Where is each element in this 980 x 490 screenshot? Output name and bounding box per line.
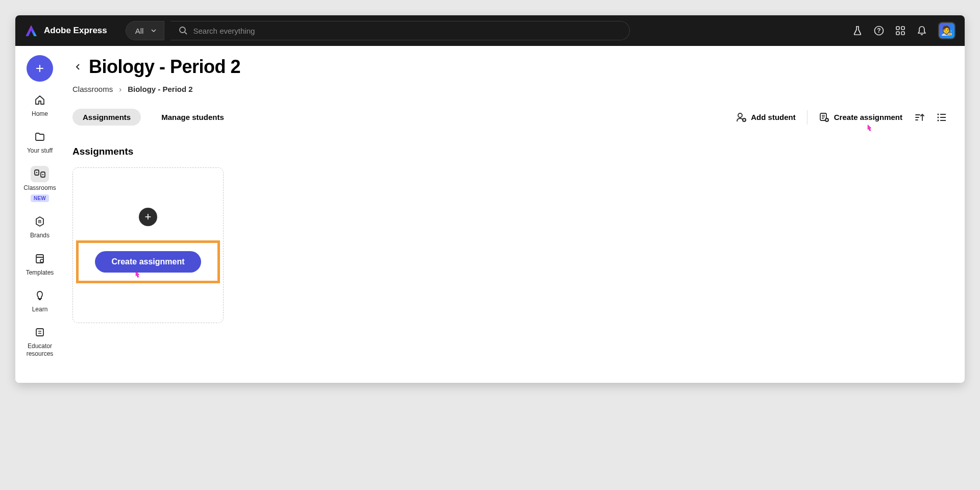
sidebar-item-label: Brands <box>30 232 50 239</box>
sidebar: + Home Your stuff Classrooms NEW B Brand… <box>15 46 64 383</box>
create-assignment-icon <box>819 112 830 123</box>
create-assignment-card-button[interactable]: Create assignment <box>95 251 201 273</box>
user-avatar[interactable]: 🧑‍🎨 <box>938 22 955 39</box>
create-assignment-label: Create assignment <box>834 113 902 121</box>
tab-manage-students[interactable]: Manage students <box>151 109 234 126</box>
beaker-icon[interactable] <box>852 26 863 36</box>
list-view-button[interactable] <box>936 112 947 123</box>
sidebar-item-brands[interactable]: B Brands <box>15 212 64 240</box>
sort-icon <box>914 112 925 123</box>
home-icon <box>34 94 45 106</box>
search-icon <box>179 26 188 35</box>
logo-area[interactable]: Adobe Express <box>24 24 107 37</box>
add-student-icon <box>736 112 747 123</box>
apps-grid-icon[interactable] <box>895 26 905 36</box>
chevron-left-icon <box>75 63 82 70</box>
svg-text:?: ? <box>877 27 880 34</box>
help-icon[interactable]: ? <box>874 26 884 36</box>
search-scope-label: All <box>135 27 144 35</box>
sidebar-item-learn[interactable]: Learn <box>15 286 64 314</box>
svg-point-15 <box>738 113 742 117</box>
app-name-label: Adobe Express <box>44 26 107 36</box>
sidebar-item-classrooms[interactable]: Classrooms NEW <box>15 165 64 203</box>
svg-point-13 <box>40 259 43 262</box>
divider <box>807 110 807 125</box>
search-bar[interactable] <box>170 21 630 40</box>
svg-point-20 <box>937 116 939 118</box>
svg-line-1 <box>185 32 187 34</box>
svg-rect-6 <box>896 32 899 35</box>
learn-icon <box>34 290 45 301</box>
svg-rect-7 <box>901 32 904 35</box>
svg-rect-14 <box>36 329 43 336</box>
sidebar-item-label: Classrooms <box>23 184 56 191</box>
svg-point-21 <box>937 119 939 121</box>
tab-row: Assignments Manage students Add student … <box>72 109 947 126</box>
assignments-grid: + Create assignment <box>72 167 947 323</box>
page-title: Biology - Period 2 <box>89 56 240 78</box>
chevron-down-icon <box>151 28 157 34</box>
cursor-pointer-icon <box>132 270 143 281</box>
app-frame: Adobe Express All ? 🧑‍🎨 + Home <box>15 15 965 383</box>
create-assignment-card[interactable]: + Create assignment <box>72 167 224 323</box>
classrooms-icon <box>34 168 46 180</box>
add-student-label: Add student <box>751 113 796 121</box>
svg-point-10 <box>36 172 37 173</box>
breadcrumb-current: Biology - Period 2 <box>128 85 193 93</box>
section-title: Assignments <box>72 146 947 157</box>
body: + Home Your stuff Classrooms NEW B Brand… <box>15 46 965 383</box>
cursor-pointer-icon <box>864 123 875 134</box>
sidebar-item-templates[interactable]: Templates <box>15 250 64 277</box>
educator-icon <box>34 327 45 338</box>
plus-circle-icon: + <box>139 208 157 226</box>
svg-point-19 <box>937 113 939 115</box>
create-assignment-card-label: Create assignment <box>111 257 184 266</box>
add-student-button[interactable]: Add student <box>736 112 796 123</box>
svg-rect-5 <box>901 27 904 30</box>
title-row: Biology - Period 2 <box>72 56 947 78</box>
list-icon <box>936 112 947 123</box>
sidebar-item-home[interactable]: Home <box>15 91 64 118</box>
svg-rect-4 <box>896 27 899 30</box>
sidebar-item-your-stuff[interactable]: Your stuff <box>15 128 64 155</box>
chevron-right-icon: › <box>119 85 121 93</box>
sidebar-item-label: Home <box>32 110 48 117</box>
svg-text:B: B <box>38 219 42 224</box>
search-scope-select[interactable]: All <box>126 21 165 40</box>
sidebar-item-label: Learn <box>32 306 48 313</box>
header-actions: ? 🧑‍🎨 <box>852 22 955 39</box>
sidebar-item-label: Educator resources <box>15 342 64 357</box>
adobe-express-logo-icon <box>24 24 38 37</box>
sidebar-item-label: Templates <box>26 269 54 276</box>
header-bar: Adobe Express All ? 🧑‍🎨 <box>15 15 965 46</box>
sort-button[interactable] <box>914 112 925 123</box>
new-badge: NEW <box>31 194 49 202</box>
create-fab[interactable]: + <box>27 55 53 82</box>
breadcrumb-root[interactable]: Classrooms <box>72 85 113 93</box>
folder-icon <box>34 131 45 142</box>
bell-icon[interactable] <box>917 26 927 36</box>
back-button[interactable] <box>72 59 84 75</box>
main-content: Biology - Period 2 Classrooms › Biology … <box>64 46 965 383</box>
brands-icon: B <box>34 216 45 227</box>
create-assignment-button[interactable]: Create assignment <box>819 112 902 123</box>
svg-point-11 <box>42 174 43 175</box>
tab-assignments[interactable]: Assignments <box>72 109 141 126</box>
search-input[interactable] <box>193 27 621 35</box>
templates-icon <box>34 253 45 264</box>
tab-actions: Add student Create assignment <box>736 110 947 125</box>
sidebar-item-label: Your stuff <box>27 147 53 154</box>
tutorial-highlight: Create assignment <box>76 240 219 283</box>
breadcrumb: Classrooms › Biology - Period 2 <box>72 85 947 93</box>
sidebar-item-educator-resources[interactable]: Educator resources <box>15 323 64 358</box>
svg-point-0 <box>180 27 185 33</box>
